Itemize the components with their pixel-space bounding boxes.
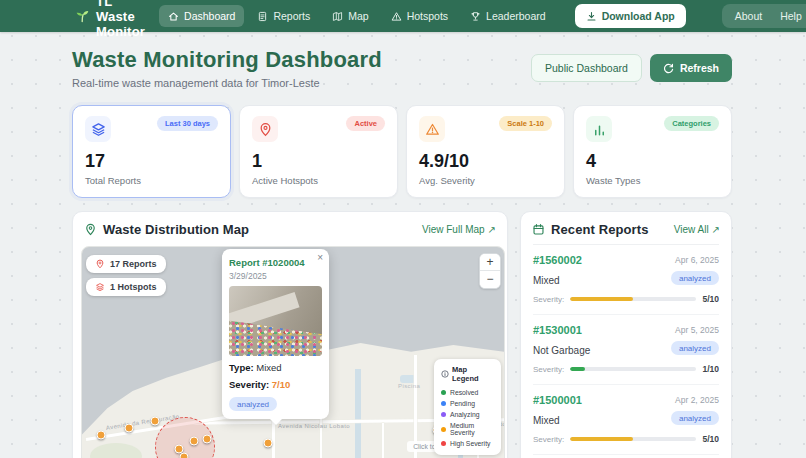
stat-label: Avg. Severity — [419, 175, 552, 186]
map-panel-header: Waste Distribution Map View Full Map ↗ — [73, 212, 507, 244]
refresh-button[interactable]: Refresh — [650, 54, 732, 82]
legend-item: Medium Severity — [441, 420, 495, 438]
stat-card-avg-severity[interactable]: Scale 1-10 4.9/10 Avg. Severity — [406, 105, 565, 198]
report-list-item[interactable]: #1530001 Apr 5, 2025 Not Garbage analyze… — [533, 315, 719, 385]
severity-bar — [570, 297, 696, 301]
report-id: #1560002 — [533, 254, 582, 266]
stat-value: 4 — [586, 151, 719, 172]
report-marker[interactable] — [264, 439, 273, 448]
nav-item-help[interactable]: Help — [771, 6, 806, 26]
report-marker[interactable] — [203, 435, 212, 444]
seedling-logo-icon — [74, 8, 90, 24]
road-label: Piscina — [398, 383, 420, 389]
map-zoom-controls: + − — [479, 253, 501, 289]
popup-severity-row: Severity: 7/10 — [229, 379, 322, 390]
map-road — [382, 423, 384, 458]
legend-item: Resolved — [441, 387, 495, 398]
download-icon — [586, 11, 597, 22]
map-hotspots-count-badge: 1 Hotspots — [86, 278, 166, 296]
report-list: #1560002 Apr 6, 2025 Mixed analyzed Seve… — [533, 244, 719, 458]
report-marker[interactable] — [125, 424, 134, 433]
pin-icon — [95, 259, 105, 269]
nav-item-about[interactable]: About — [726, 6, 771, 26]
app-title: TL Waste Monitor — [96, 0, 145, 39]
report-date: Apr 2, 2025 — [675, 395, 719, 405]
severity-row: Severity: 5/10 — [533, 434, 719, 444]
layers-icon — [85, 116, 111, 142]
stat-value: 17 — [85, 151, 218, 172]
stat-label: Waste Types — [586, 175, 719, 186]
status-badge: analyzed — [671, 341, 719, 355]
download-app-button[interactable]: Download App — [575, 4, 686, 28]
report-id: #1530001 — [533, 324, 582, 336]
popup-report-date: 3/29/2025 — [229, 271, 322, 281]
home-icon — [168, 11, 179, 22]
report-date: Apr 6, 2025 — [675, 255, 719, 265]
stat-label: Active Hotspots — [252, 175, 385, 186]
report-marker[interactable] — [190, 437, 199, 446]
zoom-out-button[interactable]: − — [480, 271, 500, 288]
refresh-icon — [663, 63, 674, 74]
nav-item-leaderboard[interactable]: Leaderboard — [461, 5, 555, 27]
nav-item-hotspots[interactable]: Hotspots — [382, 5, 457, 27]
map-icon — [332, 11, 343, 22]
severity-value: 5/10 — [702, 294, 719, 304]
report-photo — [229, 286, 322, 356]
stat-card-waste-types[interactable]: Categories 4 Waste Types — [573, 105, 732, 198]
map-river — [355, 369, 361, 458]
page-title: Waste Monitoring Dashboard — [72, 47, 382, 73]
map-panel-title: Waste Distribution Map — [103, 222, 249, 237]
legend-item: Analyzing — [441, 409, 495, 420]
severity-bar — [570, 367, 696, 371]
status-badge: analyzed — [671, 271, 719, 285]
nav-item-dashboard[interactable]: Dashboard — [159, 5, 244, 27]
severity-bar — [570, 437, 696, 441]
zoom-in-button[interactable]: + — [480, 254, 500, 271]
stat-card-total-reports[interactable]: Last 30 days 17 Total Reports — [72, 105, 231, 198]
document-icon — [257, 11, 268, 22]
report-type: Mixed — [533, 415, 560, 426]
status-badge: analyzed — [229, 397, 277, 411]
severity-value: 1/10 — [702, 364, 719, 374]
report-marker[interactable] — [97, 431, 106, 440]
report-type: Not Garbage — [533, 345, 590, 356]
page-subtitle: Real-time waste management data for Timo… — [72, 77, 382, 89]
stat-badge: Active — [346, 116, 385, 131]
map-panel: Waste Distribution Map View Full Map ↗ — [72, 211, 508, 458]
public-dashboard-button[interactable]: Public Dashboard — [531, 54, 642, 82]
page-content: Waste Monitoring Dashboard Real-time was… — [0, 32, 806, 458]
stat-label: Total Reports — [85, 175, 218, 186]
main-nav: Dashboard Reports Map Hotspots Leaderboa… — [159, 5, 555, 27]
report-list-item[interactable]: #1560002 Apr 6, 2025 Mixed analyzed Seve… — [533, 245, 719, 315]
nav-item-map[interactable]: Map — [323, 5, 377, 27]
legend-item: Pending — [441, 398, 495, 409]
trophy-icon — [470, 11, 481, 22]
stat-badge: Scale 1-10 — [499, 116, 552, 131]
map-pin-icon — [252, 116, 278, 142]
view-all-link[interactable]: View All ↗ — [674, 224, 720, 235]
secondary-nav: About Help — [722, 4, 806, 28]
report-type: Mixed — [533, 275, 560, 286]
report-marker[interactable] — [180, 453, 189, 458]
popup-type-row: Type: Mixed — [229, 362, 322, 373]
severity-value: 5/10 — [702, 434, 719, 444]
recent-reports-panel: Recent Reports View All ↗ #1560002 Apr 6… — [520, 211, 732, 458]
view-full-map-link[interactable]: View Full Map ↗ — [422, 224, 496, 235]
status-badge: analyzed — [671, 411, 719, 425]
map-legend: Map Legend Resolved Pending Analyzing Me… — [434, 359, 501, 455]
map-pin-icon — [84, 223, 97, 236]
map-park-area — [90, 443, 142, 458]
close-icon[interactable]: × — [317, 252, 323, 263]
popup-report-id: Report #1020004 — [229, 257, 322, 268]
map-reports-count-badge: 17 Reports — [86, 255, 166, 273]
nav-item-reports[interactable]: Reports — [248, 5, 319, 27]
legend-title: Map Legend — [452, 365, 495, 383]
waste-distribution-map[interactable]: Avenida Nicolau Lobato Avenida Nicolau L… — [81, 246, 505, 458]
severity-row: Severity: 1/10 — [533, 364, 719, 374]
hero-section: Waste Monitoring Dashboard Real-time was… — [72, 47, 732, 89]
report-marker[interactable] — [151, 417, 160, 426]
report-list-item[interactable]: #1500001 Apr 2, 2025 Mixed analyzed Seve… — [533, 385, 719, 455]
stat-card-active-hotspots[interactable]: Active 1 Active Hotspots — [239, 105, 398, 198]
stat-badge: Last 30 days — [157, 116, 218, 131]
brand: TL Waste Monitor — [74, 0, 145, 39]
